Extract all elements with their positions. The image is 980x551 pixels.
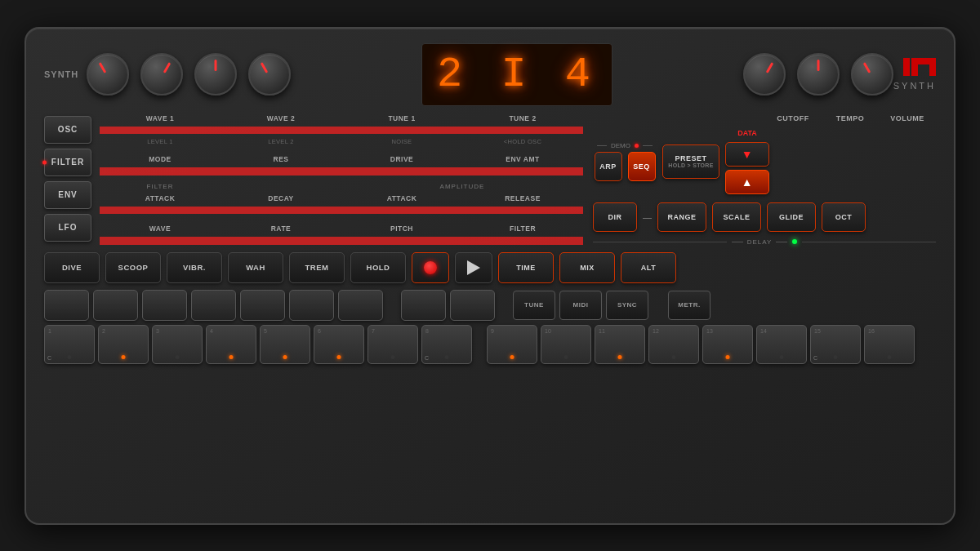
pad-top-4[interactable] bbox=[191, 290, 236, 321]
time-button[interactable]: TIME bbox=[498, 252, 554, 283]
middle-section: OSC FILTER ENV LFO WAVE 1 WAVE 2 TUNE 1 … bbox=[44, 114, 936, 246]
pad-top-7[interactable] bbox=[338, 290, 383, 321]
osc-divider bbox=[100, 127, 583, 135]
scale-button[interactable]: SCALE bbox=[712, 202, 761, 232]
env-button[interactable]: ENV bbox=[44, 181, 91, 209]
param-tune1: TUNE 1 bbox=[341, 114, 462, 122]
env-divider bbox=[100, 207, 583, 215]
vibr-button[interactable]: VIBR. bbox=[167, 252, 222, 283]
pad-6[interactable]: 6 bbox=[314, 325, 364, 364]
seq-button[interactable]: SEQ bbox=[628, 152, 656, 181]
pad-9-led bbox=[510, 355, 514, 359]
arp-button[interactable]: ARP bbox=[595, 152, 622, 181]
param-wave1: WAVE 1 bbox=[100, 114, 220, 122]
knob-volume[interactable] bbox=[851, 53, 893, 96]
pad-top-9[interactable] bbox=[450, 290, 495, 321]
trem-button[interactable]: TREM bbox=[289, 252, 345, 283]
pad-9[interactable]: 9 bbox=[487, 325, 537, 364]
filter-header: FILTER bbox=[100, 183, 220, 190]
pad-11-led bbox=[618, 355, 622, 359]
lfo-button[interactable]: LFO bbox=[44, 214, 91, 242]
sync-button[interactable]: SYNC bbox=[606, 291, 648, 320]
record-icon bbox=[424, 261, 437, 274]
pad-4[interactable]: 4 bbox=[206, 325, 256, 364]
logo-synth-text: SYNTH bbox=[893, 81, 936, 91]
record-button[interactable] bbox=[412, 252, 449, 283]
knobs-left bbox=[87, 53, 291, 96]
data-up-button[interactable]: ▲ bbox=[725, 170, 769, 194]
pad-3[interactable]: 3 bbox=[152, 325, 203, 364]
filter-button[interactable]: FILTER bbox=[44, 149, 91, 176]
range-button[interactable]: RANGE bbox=[657, 202, 706, 232]
pad-num-13: 13 bbox=[706, 328, 713, 334]
pad-top-2[interactable] bbox=[93, 290, 138, 321]
delay-led bbox=[792, 239, 797, 244]
dir-button[interactable]: DIR bbox=[593, 202, 637, 232]
knobs-right bbox=[743, 53, 893, 96]
play-button[interactable] bbox=[455, 252, 492, 283]
mix-button[interactable]: MIX bbox=[559, 252, 615, 283]
param-f-decay: DECAY bbox=[220, 194, 341, 202]
filter-param-labels: MODE RES DRIVE ENV AMT bbox=[100, 155, 583, 163]
osc-button[interactable]: OSC bbox=[44, 116, 91, 144]
pad-12[interactable]: 12 bbox=[648, 325, 699, 364]
data-down-button[interactable]: ▼ bbox=[725, 142, 769, 167]
scoop-button[interactable]: SCOOP bbox=[105, 252, 161, 283]
pad-5[interactable]: 5 bbox=[260, 325, 310, 364]
pad-top-1[interactable] bbox=[44, 290, 89, 321]
param-res: RES bbox=[220, 155, 341, 163]
alt-button[interactable]: ALT bbox=[621, 252, 676, 283]
midi-button[interactable]: MIDI bbox=[559, 291, 602, 320]
knob-tempo[interactable] bbox=[797, 53, 840, 96]
svg-rect-3 bbox=[929, 58, 936, 76]
hold-button[interactable]: HOLD bbox=[350, 252, 406, 283]
knob-labels-row: CUTOFF TEMPO VOLUME bbox=[593, 114, 936, 122]
knob-wave1[interactable] bbox=[87, 53, 129, 96]
pad-top-5[interactable] bbox=[240, 290, 285, 321]
pad-16[interactable]: 16 bbox=[864, 325, 915, 364]
perf-row: DIVE SCOOP VIBR. WAH TREM HOLD TIME MIX … bbox=[44, 252, 936, 283]
param-wave2: WAVE 2 bbox=[220, 114, 341, 122]
svg-rect-0 bbox=[903, 58, 910, 76]
lfo-divider bbox=[100, 237, 583, 245]
knob-tune1[interactable] bbox=[194, 53, 237, 96]
display-area: 2 I 4 bbox=[291, 43, 742, 106]
knob-tune2[interactable] bbox=[248, 53, 291, 96]
preset-button[interactable]: PRESET HOLD > STORE bbox=[662, 144, 719, 179]
pad-8-led bbox=[445, 355, 449, 359]
pad-15[interactable]: C 15 bbox=[810, 325, 861, 364]
pad-top-3[interactable] bbox=[142, 290, 187, 321]
pad-top-6[interactable] bbox=[289, 290, 334, 321]
pad-8[interactable]: C 8 bbox=[421, 325, 472, 364]
tune-button[interactable]: TUNE bbox=[513, 291, 555, 320]
pad-8-c-label: C bbox=[425, 355, 429, 361]
btn-row-2: DIR — RANGE SCALE GLIDE OCT bbox=[593, 202, 936, 232]
param-level1: LEVEL 1 bbox=[100, 138, 220, 145]
osc-sub-labels: LEVEL 1 LEVEL 2 NOISE <HOLD OSC bbox=[100, 138, 583, 145]
metr-button[interactable]: METR. bbox=[668, 291, 710, 320]
env-param-labels: ATTACK DECAY ATTACK RELEASE bbox=[100, 194, 583, 202]
oct-button[interactable]: OCT bbox=[822, 202, 866, 232]
wah-button[interactable]: WAH bbox=[228, 252, 283, 283]
dive-button[interactable]: DIVE bbox=[44, 252, 100, 283]
knob-cutoff[interactable] bbox=[743, 53, 786, 96]
pad-14[interactable]: 14 bbox=[756, 325, 807, 364]
pad-1[interactable]: C 1 bbox=[44, 325, 95, 364]
pad-num-9: 9 bbox=[491, 328, 494, 334]
knob-wave2[interactable] bbox=[140, 53, 183, 96]
pad-11[interactable]: 11 bbox=[595, 325, 645, 364]
glide-button[interactable]: GLIDE bbox=[767, 202, 816, 232]
param-env-amt: ENV AMT bbox=[462, 155, 583, 163]
pad-13[interactable]: 13 bbox=[702, 325, 753, 364]
filter-divider bbox=[100, 167, 583, 176]
param-lfo-filter: FILTER bbox=[462, 224, 583, 233]
pad-top-8[interactable] bbox=[401, 290, 446, 321]
pad-7[interactable]: 7 bbox=[368, 325, 418, 364]
pad-num-1: 1 bbox=[48, 328, 51, 334]
pad-1-c-label: C bbox=[47, 355, 51, 361]
pad-num-4: 4 bbox=[210, 328, 213, 334]
pad-2[interactable]: 2 bbox=[98, 325, 149, 364]
pad-num-3: 3 bbox=[156, 328, 159, 334]
demo-led bbox=[635, 144, 639, 148]
pad-10[interactable]: 10 bbox=[541, 325, 591, 364]
